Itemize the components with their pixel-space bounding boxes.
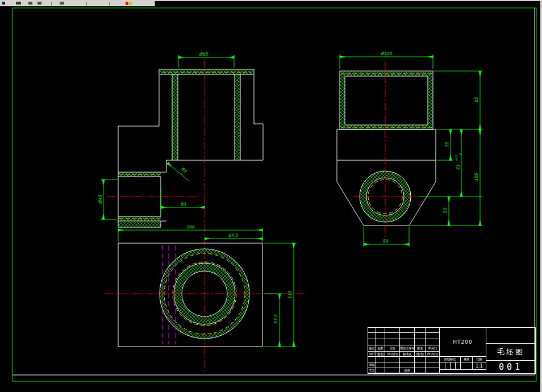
application-window: Ø65 Ø45 R5 50 <box>0 0 542 392</box>
cell <box>426 357 440 362</box>
stage-cell <box>440 362 445 370</box>
cell <box>400 339 415 345</box>
material-cell: HT200 <box>440 328 486 357</box>
cell <box>415 362 426 368</box>
stage-cell <box>445 362 451 370</box>
mark-label: 标记 <box>368 345 376 352</box>
side-view: Ø105 65 35 73 +0.1 0 105 50 50 <box>337 51 482 247</box>
process-label: 工艺 <box>368 368 376 373</box>
cell <box>400 362 415 368</box>
dim-cyl-height: 65 <box>474 97 479 103</box>
part-outline <box>337 71 436 226</box>
stage-cell <box>451 362 456 370</box>
cell <box>385 339 400 345</box>
cell <box>368 333 376 339</box>
hatch-areas <box>118 70 253 227</box>
dim-hole-center: 73 <box>456 164 461 170</box>
cell <box>376 328 385 333</box>
cell <box>385 368 400 373</box>
dim-outer-diameter: Ø105 <box>381 51 393 56</box>
scale-value-cell: 1:1 <box>473 362 486 370</box>
count-label: 处数 <box>376 345 385 352</box>
cell <box>400 357 415 362</box>
approve-label: 批准 <box>400 368 415 373</box>
drawing-title: 毛坯图 <box>486 344 535 361</box>
dimensions: Ø105 65 35 73 +0.1 0 105 50 50 <box>340 51 482 247</box>
dim-fillet: R5 <box>180 166 188 174</box>
cell <box>376 357 385 362</box>
part-outline <box>118 69 263 227</box>
dim-length: 160 <box>186 224 195 230</box>
cell <box>376 368 385 373</box>
date-paren-label: (年月日) <box>385 352 400 357</box>
front-view: Ø65 Ø45 R5 50 <box>98 52 263 374</box>
blank-outline-yellow <box>341 74 432 214</box>
revision-table: 标记 处数 分区 更改文件号 签名 年月日 设计 (签名) (年月日) 标准化 … <box>368 328 440 373</box>
scale-label: 比例 <box>473 357 486 362</box>
dim-foot-width: 50 <box>382 239 389 244</box>
change-no-label: 更改文件号 <box>400 345 415 352</box>
dim-center-to-right: 67.5 <box>228 233 239 238</box>
cell <box>426 328 440 333</box>
cell <box>415 328 426 333</box>
cell <box>385 328 400 333</box>
dim-boss: Ø45 <box>98 194 103 204</box>
cell <box>426 368 440 373</box>
dim-hole-bottom: 50 <box>443 207 448 214</box>
dim-width: 115 <box>287 290 293 299</box>
dim-offset: 50 <box>180 202 186 207</box>
weight-label: 重量 <box>461 357 473 362</box>
sign-label: 签名 <box>415 345 426 352</box>
drawing-number: 001 <box>486 361 535 373</box>
cell <box>415 333 426 339</box>
cell <box>368 328 376 333</box>
weight-value-cell <box>461 362 473 370</box>
date-paren-label: (年月日) <box>426 352 440 357</box>
cell <box>415 357 426 362</box>
cell <box>385 357 400 362</box>
cell <box>385 362 400 368</box>
sign-paren-label: (签名) <box>415 352 426 357</box>
design-label: 设计 <box>368 352 376 357</box>
dim-bore: Ø65 <box>199 52 209 57</box>
cell <box>376 339 385 345</box>
company-cell <box>486 328 535 344</box>
date-label: 年月日 <box>426 345 440 352</box>
cell <box>426 362 440 368</box>
hatch-areas <box>340 72 433 222</box>
dim-base-height: 105 <box>474 173 479 182</box>
check-label: 审核 <box>368 362 376 368</box>
dimensions: 160 67.5 115 57.5 <box>118 224 297 347</box>
cell <box>385 333 400 339</box>
dim-step: 35 <box>444 141 449 148</box>
cell <box>368 357 376 362</box>
cell <box>376 362 385 368</box>
cell <box>415 339 426 345</box>
stage-cell <box>456 362 461 370</box>
dim-center-to-edge: 57.5 <box>273 314 278 324</box>
standardize-label: 标准化 <box>400 352 415 357</box>
cell <box>368 339 376 345</box>
sheet-frame <box>12 8 536 381</box>
cell <box>426 333 440 339</box>
dim-tol-upper: +0.1 <box>455 155 458 161</box>
cell <box>415 368 426 373</box>
zone-label: 分区 <box>385 345 400 352</box>
cell <box>426 339 440 345</box>
sign-paren-label: (签名) <box>376 352 385 357</box>
part-outline <box>118 243 262 347</box>
cell <box>400 328 415 333</box>
cell <box>376 333 385 339</box>
cell <box>400 333 415 339</box>
title-block: 标记 处数 分区 更改文件号 签名 年月日 设计 (签名) (年月日) 标准化 … <box>368 327 536 374</box>
stage-mark-label: 阶段标记 <box>440 357 461 362</box>
